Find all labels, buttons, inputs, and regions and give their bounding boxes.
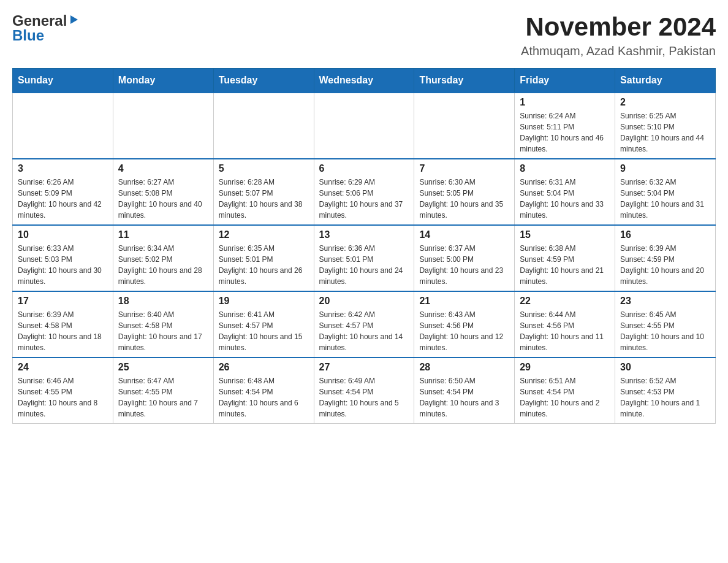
day-info: Sunrise: 6:29 AM Sunset: 5:06 PM Dayligh… bbox=[319, 177, 409, 221]
svg-marker-0 bbox=[70, 15, 78, 24]
day-number: 16 bbox=[620, 229, 710, 240]
calendar-header-row: Sunday Monday Tuesday Wednesday Thursday… bbox=[13, 69, 716, 93]
logo-blue-text: Blue bbox=[12, 27, 44, 44]
day-info: Sunrise: 6:37 AM Sunset: 5:00 PM Dayligh… bbox=[419, 243, 509, 287]
calendar-cell: 1Sunrise: 6:24 AM Sunset: 5:11 PM Daylig… bbox=[515, 93, 615, 159]
calendar-cell: 9Sunrise: 6:32 AM Sunset: 5:04 PM Daylig… bbox=[615, 159, 716, 225]
day-number: 5 bbox=[219, 163, 309, 174]
day-number: 25 bbox=[118, 362, 208, 373]
day-number: 30 bbox=[620, 362, 710, 373]
day-number: 23 bbox=[620, 296, 710, 307]
calendar-cell bbox=[113, 93, 213, 159]
day-info: Sunrise: 6:51 AM Sunset: 4:54 PM Dayligh… bbox=[520, 375, 610, 419]
calendar-cell: 3Sunrise: 6:26 AM Sunset: 5:09 PM Daylig… bbox=[13, 159, 113, 225]
calendar-cell bbox=[13, 93, 113, 159]
day-info: Sunrise: 6:44 AM Sunset: 4:56 PM Dayligh… bbox=[520, 309, 610, 353]
month-title: November 2024 bbox=[521, 12, 716, 42]
calendar-cell: 16Sunrise: 6:39 AM Sunset: 4:59 PM Dayli… bbox=[615, 225, 716, 291]
calendar-cell: 7Sunrise: 6:30 AM Sunset: 5:05 PM Daylig… bbox=[414, 159, 515, 225]
day-info: Sunrise: 6:41 AM Sunset: 4:57 PM Dayligh… bbox=[219, 309, 309, 353]
day-info: Sunrise: 6:30 AM Sunset: 5:05 PM Dayligh… bbox=[419, 177, 509, 221]
calendar-cell: 13Sunrise: 6:36 AM Sunset: 5:01 PM Dayli… bbox=[314, 225, 414, 291]
logo: General Blue bbox=[12, 12, 79, 44]
day-number: 17 bbox=[18, 296, 108, 307]
day-number: 6 bbox=[319, 163, 409, 174]
day-info: Sunrise: 6:46 AM Sunset: 4:55 PM Dayligh… bbox=[18, 375, 108, 419]
day-info: Sunrise: 6:48 AM Sunset: 4:54 PM Dayligh… bbox=[219, 375, 309, 419]
day-info: Sunrise: 6:43 AM Sunset: 4:56 PM Dayligh… bbox=[419, 309, 509, 353]
calendar-cell: 14Sunrise: 6:37 AM Sunset: 5:00 PM Dayli… bbox=[414, 225, 515, 291]
calendar-cell: 11Sunrise: 6:34 AM Sunset: 5:02 PM Dayli… bbox=[113, 225, 213, 291]
calendar-cell: 21Sunrise: 6:43 AM Sunset: 4:56 PM Dayli… bbox=[414, 291, 515, 358]
calendar-cell: 24Sunrise: 6:46 AM Sunset: 4:55 PM Dayli… bbox=[13, 358, 113, 424]
day-number: 14 bbox=[419, 229, 509, 240]
calendar-cell: 5Sunrise: 6:28 AM Sunset: 5:07 PM Daylig… bbox=[213, 159, 314, 225]
day-number: 3 bbox=[18, 163, 108, 174]
calendar-cell: 10Sunrise: 6:33 AM Sunset: 5:03 PM Dayli… bbox=[13, 225, 113, 291]
calendar-cell: 23Sunrise: 6:45 AM Sunset: 4:55 PM Dayli… bbox=[615, 291, 716, 358]
day-number: 12 bbox=[219, 229, 309, 240]
day-number: 22 bbox=[520, 296, 610, 307]
calendar-cell: 17Sunrise: 6:39 AM Sunset: 4:58 PM Dayli… bbox=[13, 291, 113, 358]
day-number: 13 bbox=[319, 229, 409, 240]
day-number: 21 bbox=[419, 296, 509, 307]
calendar-cell: 8Sunrise: 6:31 AM Sunset: 5:04 PM Daylig… bbox=[515, 159, 615, 225]
week-row-3: 10Sunrise: 6:33 AM Sunset: 5:03 PM Dayli… bbox=[13, 225, 716, 291]
col-sunday: Sunday bbox=[13, 69, 113, 93]
day-info: Sunrise: 6:31 AM Sunset: 5:04 PM Dayligh… bbox=[520, 177, 610, 221]
day-number: 26 bbox=[219, 362, 309, 373]
day-info: Sunrise: 6:25 AM Sunset: 5:10 PM Dayligh… bbox=[620, 110, 710, 155]
calendar-cell: 12Sunrise: 6:35 AM Sunset: 5:01 PM Dayli… bbox=[213, 225, 314, 291]
day-info: Sunrise: 6:28 AM Sunset: 5:07 PM Dayligh… bbox=[219, 177, 309, 221]
title-area: November 2024 Athmuqam, Azad Kashmir, Pa… bbox=[521, 12, 716, 58]
calendar-cell bbox=[414, 93, 515, 159]
calendar-cell: 6Sunrise: 6:29 AM Sunset: 5:06 PM Daylig… bbox=[314, 159, 414, 225]
col-saturday: Saturday bbox=[615, 69, 716, 93]
calendar-cell: 20Sunrise: 6:42 AM Sunset: 4:57 PM Dayli… bbox=[314, 291, 414, 358]
week-row-4: 17Sunrise: 6:39 AM Sunset: 4:58 PM Dayli… bbox=[13, 291, 716, 358]
day-number: 20 bbox=[319, 296, 409, 307]
day-info: Sunrise: 6:39 AM Sunset: 4:58 PM Dayligh… bbox=[18, 309, 108, 353]
day-info: Sunrise: 6:50 AM Sunset: 4:54 PM Dayligh… bbox=[419, 375, 509, 419]
day-info: Sunrise: 6:24 AM Sunset: 5:11 PM Dayligh… bbox=[520, 110, 610, 155]
day-number: 19 bbox=[219, 296, 309, 307]
day-info: Sunrise: 6:36 AM Sunset: 5:01 PM Dayligh… bbox=[319, 243, 409, 287]
calendar-cell: 28Sunrise: 6:50 AM Sunset: 4:54 PM Dayli… bbox=[414, 358, 515, 424]
day-number: 11 bbox=[118, 229, 208, 240]
calendar-cell: 26Sunrise: 6:48 AM Sunset: 4:54 PM Dayli… bbox=[213, 358, 314, 424]
calendar-cell: 4Sunrise: 6:27 AM Sunset: 5:08 PM Daylig… bbox=[113, 159, 213, 225]
day-number: 10 bbox=[18, 229, 108, 240]
col-tuesday: Tuesday bbox=[213, 69, 314, 93]
day-number: 28 bbox=[419, 362, 509, 373]
day-number: 9 bbox=[620, 163, 710, 174]
day-number: 18 bbox=[118, 296, 208, 307]
calendar-cell: 25Sunrise: 6:47 AM Sunset: 4:55 PM Dayli… bbox=[113, 358, 213, 424]
week-row-1: 1Sunrise: 6:24 AM Sunset: 5:11 PM Daylig… bbox=[13, 93, 716, 159]
day-info: Sunrise: 6:39 AM Sunset: 4:59 PM Dayligh… bbox=[620, 243, 710, 287]
day-number: 24 bbox=[18, 362, 108, 373]
calendar-cell: 30Sunrise: 6:52 AM Sunset: 4:53 PM Dayli… bbox=[615, 358, 716, 424]
day-number: 2 bbox=[620, 97, 710, 108]
col-wednesday: Wednesday bbox=[314, 69, 414, 93]
calendar-cell: 18Sunrise: 6:40 AM Sunset: 4:58 PM Dayli… bbox=[113, 291, 213, 358]
week-row-2: 3Sunrise: 6:26 AM Sunset: 5:09 PM Daylig… bbox=[13, 159, 716, 225]
day-info: Sunrise: 6:49 AM Sunset: 4:54 PM Dayligh… bbox=[319, 375, 409, 419]
day-info: Sunrise: 6:27 AM Sunset: 5:08 PM Dayligh… bbox=[118, 177, 208, 221]
day-info: Sunrise: 6:40 AM Sunset: 4:58 PM Dayligh… bbox=[118, 309, 208, 353]
col-thursday: Thursday bbox=[414, 69, 515, 93]
day-info: Sunrise: 6:32 AM Sunset: 5:04 PM Dayligh… bbox=[620, 177, 710, 221]
day-info: Sunrise: 6:34 AM Sunset: 5:02 PM Dayligh… bbox=[118, 243, 208, 287]
day-number: 1 bbox=[520, 97, 610, 108]
col-friday: Friday bbox=[515, 69, 615, 93]
day-number: 29 bbox=[520, 362, 610, 373]
col-monday: Monday bbox=[113, 69, 213, 93]
day-info: Sunrise: 6:26 AM Sunset: 5:09 PM Dayligh… bbox=[18, 177, 108, 221]
day-number: 4 bbox=[118, 163, 208, 174]
calendar-cell: 2Sunrise: 6:25 AM Sunset: 5:10 PM Daylig… bbox=[615, 93, 716, 159]
calendar-cell bbox=[213, 93, 314, 159]
page-header: General Blue November 2024 Athmuqam, Aza… bbox=[12, 12, 716, 58]
day-info: Sunrise: 6:35 AM Sunset: 5:01 PM Dayligh… bbox=[219, 243, 309, 287]
day-info: Sunrise: 6:52 AM Sunset: 4:53 PM Dayligh… bbox=[620, 375, 710, 419]
calendar-cell: 19Sunrise: 6:41 AM Sunset: 4:57 PM Dayli… bbox=[213, 291, 314, 358]
day-info: Sunrise: 6:38 AM Sunset: 4:59 PM Dayligh… bbox=[520, 243, 610, 287]
